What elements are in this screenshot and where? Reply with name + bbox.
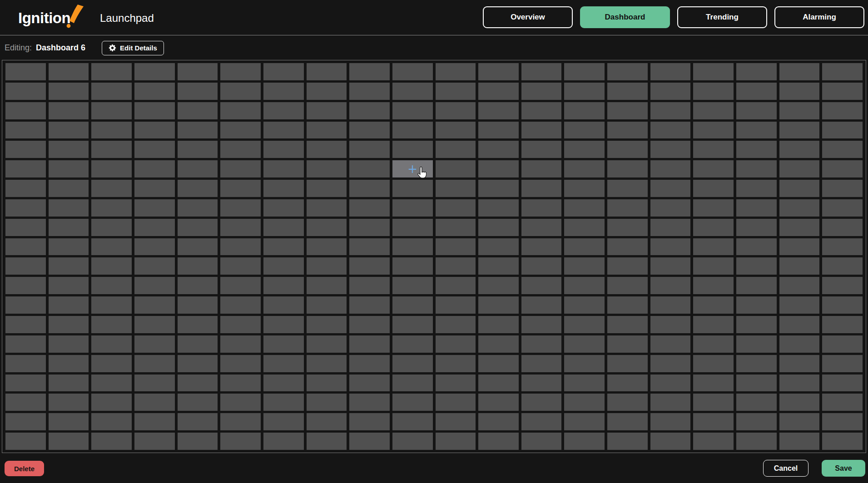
grid-cell[interactable] bbox=[478, 160, 519, 177]
grid-cell[interactable] bbox=[349, 180, 390, 197]
grid-cell[interactable] bbox=[220, 375, 261, 392]
grid-cell[interactable] bbox=[779, 355, 820, 372]
grid-cell[interactable] bbox=[650, 122, 691, 139]
grid-cell[interactable] bbox=[220, 277, 261, 294]
grid-cell[interactable] bbox=[564, 257, 605, 275]
grid-cell[interactable] bbox=[220, 316, 261, 333]
grid-cell[interactable] bbox=[478, 355, 519, 372]
grid-cell[interactable] bbox=[220, 433, 261, 450]
grid-cell[interactable] bbox=[436, 122, 476, 139]
grid-cell[interactable] bbox=[49, 433, 89, 450]
grid-cell[interactable] bbox=[5, 102, 46, 119]
grid-cell[interactable] bbox=[521, 122, 562, 139]
grid-cell[interactable] bbox=[779, 122, 820, 139]
grid-cell[interactable] bbox=[650, 316, 691, 333]
save-button[interactable]: Save bbox=[822, 460, 865, 477]
grid-cell[interactable] bbox=[220, 238, 261, 256]
grid-cell[interactable] bbox=[91, 160, 132, 177]
grid-cell[interactable] bbox=[178, 160, 218, 177]
grid-cell[interactable] bbox=[91, 102, 132, 119]
grid-cell[interactable] bbox=[478, 122, 519, 139]
grid-cell[interactable] bbox=[693, 316, 734, 333]
grid-cell[interactable] bbox=[693, 102, 734, 119]
grid-cell[interactable] bbox=[307, 413, 347, 430]
grid-cell[interactable] bbox=[307, 141, 347, 158]
grid-cell[interactable] bbox=[521, 63, 562, 80]
grid-cell[interactable] bbox=[822, 102, 863, 119]
grid-cell[interactable] bbox=[822, 335, 863, 353]
grid-cell[interactable] bbox=[779, 238, 820, 256]
grid-cell[interactable] bbox=[263, 316, 304, 333]
grid-cell[interactable] bbox=[822, 238, 863, 256]
grid-cell[interactable] bbox=[307, 394, 347, 411]
grid-cell[interactable] bbox=[736, 413, 777, 430]
grid-cell[interactable] bbox=[134, 277, 175, 294]
grid-cell[interactable] bbox=[822, 219, 863, 236]
grid-cell[interactable] bbox=[134, 180, 175, 197]
grid-cell[interactable] bbox=[436, 238, 476, 256]
grid-cell[interactable] bbox=[392, 122, 433, 139]
grid-cell[interactable] bbox=[178, 433, 218, 450]
grid-cell[interactable] bbox=[822, 257, 863, 275]
grid-cell[interactable] bbox=[307, 180, 347, 197]
grid-cell[interactable] bbox=[307, 122, 347, 139]
grid-cell[interactable] bbox=[392, 277, 433, 294]
grid-cell[interactable] bbox=[478, 335, 519, 353]
grid-cell[interactable] bbox=[822, 394, 863, 411]
grid-cell[interactable] bbox=[564, 296, 605, 314]
grid-cell[interactable] bbox=[822, 316, 863, 333]
grid-cell[interactable] bbox=[436, 63, 476, 80]
grid-cell[interactable] bbox=[822, 355, 863, 372]
grid-cell[interactable] bbox=[349, 160, 390, 177]
grid-cell[interactable] bbox=[521, 413, 562, 430]
grid-cell[interactable] bbox=[91, 296, 132, 314]
grid-cell[interactable] bbox=[134, 141, 175, 158]
grid-cell[interactable] bbox=[134, 375, 175, 392]
grid-cell[interactable] bbox=[263, 180, 304, 197]
grid-cell[interactable] bbox=[349, 63, 390, 80]
grid-cell[interactable] bbox=[178, 375, 218, 392]
grid-cell[interactable] bbox=[220, 122, 261, 139]
grid-cell[interactable] bbox=[134, 219, 175, 236]
grid-cell[interactable] bbox=[779, 63, 820, 80]
grid-cell[interactable] bbox=[650, 413, 691, 430]
grid-cell[interactable] bbox=[478, 257, 519, 275]
grid-cell[interactable] bbox=[736, 355, 777, 372]
grid-cell[interactable] bbox=[436, 413, 476, 430]
grid-cell[interactable] bbox=[478, 316, 519, 333]
grid-cell[interactable] bbox=[564, 122, 605, 139]
grid-cell[interactable] bbox=[607, 394, 648, 411]
grid-cell[interactable] bbox=[564, 63, 605, 80]
grid-cell[interactable] bbox=[263, 355, 304, 372]
grid-cell[interactable] bbox=[521, 238, 562, 256]
grid-cell[interactable] bbox=[779, 277, 820, 294]
grid-cell[interactable] bbox=[779, 296, 820, 314]
grid-cell[interactable] bbox=[436, 296, 476, 314]
grid-cell[interactable] bbox=[779, 257, 820, 275]
grid-cell[interactable] bbox=[307, 277, 347, 294]
grid-cell[interactable] bbox=[436, 83, 476, 100]
grid-cell[interactable] bbox=[736, 102, 777, 119]
grid-cell[interactable] bbox=[307, 335, 347, 353]
grid-cell[interactable] bbox=[436, 257, 476, 275]
grid-cell[interactable] bbox=[650, 296, 691, 314]
grid-cell[interactable] bbox=[564, 199, 605, 217]
grid-cell[interactable] bbox=[736, 83, 777, 100]
grid-cell[interactable] bbox=[49, 199, 89, 217]
grid-cell[interactable] bbox=[5, 238, 46, 256]
grid-cell[interactable] bbox=[392, 355, 433, 372]
grid-cell[interactable] bbox=[607, 63, 648, 80]
grid-cell[interactable] bbox=[693, 394, 734, 411]
grid-cell[interactable] bbox=[521, 257, 562, 275]
grid-cell[interactable] bbox=[49, 63, 89, 80]
grid-cell[interactable] bbox=[263, 375, 304, 392]
grid-cell[interactable] bbox=[650, 238, 691, 256]
grid-cell[interactable] bbox=[178, 355, 218, 372]
grid-cell[interactable] bbox=[49, 355, 89, 372]
grid-cell[interactable] bbox=[564, 102, 605, 119]
grid-cell[interactable] bbox=[49, 257, 89, 275]
grid-cell[interactable] bbox=[478, 102, 519, 119]
grid-cell[interactable] bbox=[49, 102, 89, 119]
grid-cell[interactable] bbox=[436, 316, 476, 333]
grid-cell[interactable] bbox=[650, 160, 691, 177]
